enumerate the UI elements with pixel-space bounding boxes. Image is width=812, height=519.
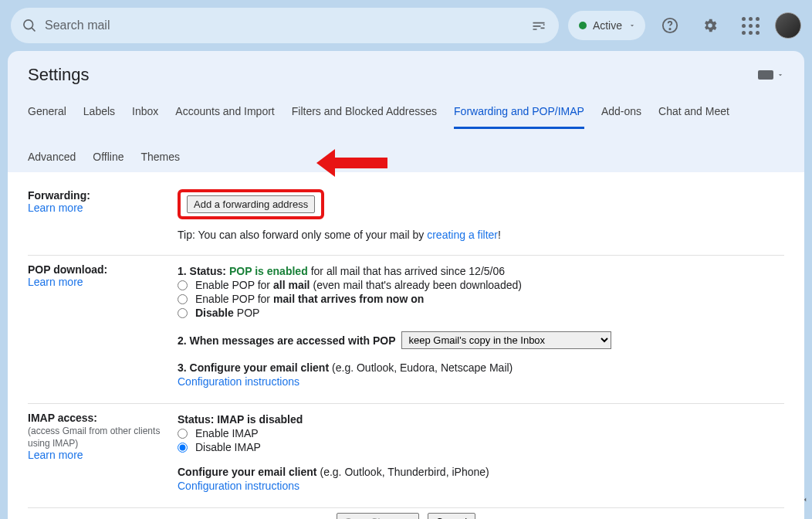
status-chip[interactable]: Active xyxy=(568,11,645,40)
pop-all-mail-radio[interactable] xyxy=(178,280,188,290)
pop-action-select[interactable]: keep Gmail's copy in the Inbox xyxy=(401,331,611,349)
forwarding-tip-text: Tip: You can also forward only some of y… xyxy=(178,229,427,241)
tab-labels[interactable]: Labels xyxy=(83,100,115,129)
tab-filters-and-blocked-addresses[interactable]: Filters and Blocked Addresses xyxy=(292,100,437,129)
save-button[interactable]: Save Changes xyxy=(337,513,419,519)
forwarding-learn-link[interactable]: Learn more xyxy=(28,202,83,214)
pop-label: POP download: xyxy=(28,263,107,276)
cancel-button[interactable]: Cancel xyxy=(428,513,475,519)
apps-icon[interactable] xyxy=(735,10,766,41)
tab-chat-and-meet[interactable]: Chat and Meet xyxy=(658,100,729,129)
pop-disable-radio[interactable] xyxy=(178,308,188,318)
annotation-arrow xyxy=(333,158,387,168)
pop-config-link[interactable]: Configuration instructions xyxy=(178,375,299,388)
forwarding-label: Forwarding: xyxy=(28,189,90,202)
tab-inbox[interactable]: Inbox xyxy=(132,100,158,129)
imap-enable-radio[interactable] xyxy=(178,429,188,439)
imap-label: IMAP access: xyxy=(28,412,97,424)
svg-point-3 xyxy=(669,29,670,29)
tab-advanced[interactable]: Advanced xyxy=(28,146,76,172)
search-bar[interactable] xyxy=(11,8,559,43)
tab-themes[interactable]: Themes xyxy=(141,146,181,172)
highlight-annotation: Add a forwarding address xyxy=(178,189,324,219)
keyboard-icon xyxy=(758,70,773,80)
svg-line-1 xyxy=(32,28,35,31)
tab-add-ons[interactable]: Add-ons xyxy=(601,100,641,129)
pop-learn-link[interactable]: Learn more xyxy=(28,276,83,288)
tab-offline[interactable]: Offline xyxy=(93,146,123,172)
search-icon xyxy=(22,18,37,33)
avatar[interactable] xyxy=(775,12,801,39)
svg-point-0 xyxy=(24,20,33,29)
status-label: Active xyxy=(593,19,622,32)
tab-accounts-and-import[interactable]: Accounts and Import xyxy=(175,100,274,129)
help-icon[interactable] xyxy=(655,10,685,41)
page-title: Settings xyxy=(28,65,90,85)
side-panel-toggle[interactable] xyxy=(798,488,812,511)
imap-status: Status: IMAP is disabled xyxy=(178,413,303,426)
input-tools-dropdown[interactable] xyxy=(758,70,784,80)
search-input[interactable] xyxy=(37,19,523,32)
status-dot-icon xyxy=(579,22,587,29)
chevron-down-icon xyxy=(628,19,636,32)
imap-disable-radio[interactable] xyxy=(178,443,188,453)
imap-sublabel: (access Gmail from other clients using I… xyxy=(28,426,160,449)
tab-general[interactable]: General xyxy=(28,100,66,129)
add-forwarding-button[interactable]: Add a forwarding address xyxy=(187,195,315,213)
search-options-icon[interactable] xyxy=(523,10,554,41)
imap-learn-link[interactable]: Learn more xyxy=(28,449,83,461)
pop-now-on-radio[interactable] xyxy=(178,294,188,304)
gear-icon[interactable] xyxy=(695,10,726,41)
tab-forwarding-and-pop-imap[interactable]: Forwarding and POP/IMAP xyxy=(454,100,584,129)
imap-config-link[interactable]: Configuration instructions xyxy=(178,480,299,492)
create-filter-link[interactable]: creating a filter xyxy=(427,229,498,241)
